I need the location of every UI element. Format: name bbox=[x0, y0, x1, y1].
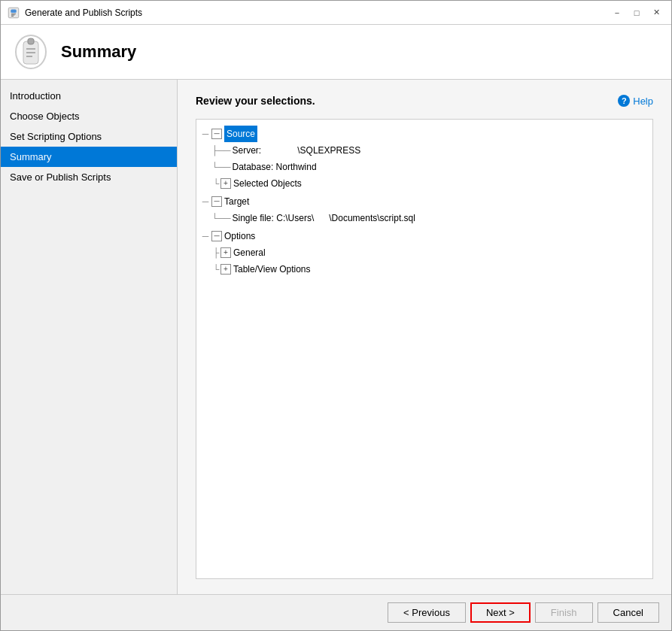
source-connector: ─ bbox=[199, 126, 211, 142]
window-controls: − □ ✕ bbox=[608, 5, 665, 20]
main-window: Generate and Publish Scripts − □ ✕ Summa… bbox=[0, 0, 672, 631]
tableview-connector: └ bbox=[211, 261, 220, 278]
selected-objects-expand[interactable]: + bbox=[220, 178, 231, 189]
general-expand[interactable]: + bbox=[220, 247, 231, 258]
sidebar-item-introduction[interactable]: Introduction bbox=[1, 86, 177, 106]
database-label: Database: Northwind bbox=[233, 159, 317, 175]
sidebar-item-save-or-publish[interactable]: Save or Publish Scripts bbox=[1, 167, 177, 187]
server-label: Server: bbox=[233, 142, 262, 159]
help-link[interactable]: ? Help bbox=[618, 95, 653, 107]
tree-node-options: ─ ─ Options bbox=[199, 228, 649, 244]
single-file-label: Single file: C:\Users\ \Documents\script… bbox=[233, 210, 415, 226]
general-label: General bbox=[233, 244, 266, 261]
window-title: Generate and Publish Scripts bbox=[25, 8, 608, 18]
tree-node-target: ─ ─ Target bbox=[199, 193, 649, 210]
tableview-expand[interactable]: + bbox=[220, 264, 231, 275]
summary-icon bbox=[13, 34, 49, 70]
content-header: Review your selections. ? Help bbox=[196, 95, 653, 107]
maximize-button[interactable]: □ bbox=[628, 5, 646, 20]
tableview-label: Table/View Options bbox=[233, 261, 311, 278]
next-button[interactable]: Next > bbox=[470, 602, 531, 623]
source-label: Source bbox=[224, 126, 257, 142]
target-expand[interactable]: ─ bbox=[211, 196, 222, 207]
options-expand[interactable]: ─ bbox=[211, 231, 222, 241]
server-dash: ├── bbox=[211, 142, 231, 159]
single-file-dash: └── bbox=[211, 210, 231, 226]
tree-node-general: ├ + General bbox=[199, 244, 649, 261]
previous-button[interactable]: < Previous bbox=[388, 602, 466, 623]
selected-objects-connector: └ bbox=[211, 175, 220, 192]
review-title: Review your selections. bbox=[196, 95, 315, 107]
help-icon: ? bbox=[618, 95, 630, 107]
close-button[interactable]: ✕ bbox=[647, 5, 665, 20]
target-label: Target bbox=[224, 193, 249, 210]
app-icon bbox=[7, 6, 20, 20]
footer: < Previous Next > Finish Cancel bbox=[1, 594, 671, 630]
finish-button[interactable]: Finish bbox=[535, 602, 593, 623]
sidebar-item-set-scripting-options[interactable]: Set Scripting Options bbox=[1, 126, 177, 147]
sidebar: Introduction Choose Objects Set Scriptin… bbox=[1, 80, 178, 594]
options-label: Options bbox=[224, 228, 255, 244]
tree-node-single-file: └── Single file: C:\Users\ \Documents\sc… bbox=[199, 210, 649, 226]
tree-node-database: └── Database: Northwind bbox=[199, 159, 649, 175]
options-connector: ─ bbox=[199, 228, 211, 244]
main-content: Introduction Choose Objects Set Scriptin… bbox=[1, 80, 671, 594]
minimize-button[interactable]: − bbox=[608, 5, 626, 20]
header-area: Summary bbox=[1, 25, 671, 80]
sidebar-item-summary[interactable]: Summary bbox=[1, 147, 177, 167]
tree-node-selected-objects: └ + Selected Objects bbox=[199, 175, 649, 192]
server-value: \SQLEXPRESS bbox=[297, 142, 360, 159]
target-connector: ─ bbox=[199, 193, 211, 210]
tree-node-server: ├── Server: \SQLEXPRESS bbox=[199, 142, 649, 159]
title-bar: Generate and Publish Scripts − □ ✕ bbox=[1, 1, 671, 25]
help-label: Help bbox=[633, 96, 653, 107]
database-dash: └── bbox=[211, 159, 231, 175]
sidebar-item-choose-objects[interactable]: Choose Objects bbox=[1, 106, 177, 126]
content-area: Review your selections. ? Help ─ ─ Sourc… bbox=[178, 80, 671, 594]
cancel-button[interactable]: Cancel bbox=[598, 602, 659, 623]
tree-node-source: ─ ─ Source bbox=[199, 126, 649, 142]
page-title: Summary bbox=[61, 42, 136, 62]
source-expand[interactable]: ─ bbox=[211, 129, 222, 139]
tree-node-tableview: └ + Table/View Options bbox=[199, 261, 649, 278]
selected-objects-label: Selected Objects bbox=[233, 175, 302, 192]
tree-panel: ─ ─ Source ├── Server: \SQLEXPRESS bbox=[196, 119, 653, 579]
general-connector: ├ bbox=[211, 244, 220, 261]
